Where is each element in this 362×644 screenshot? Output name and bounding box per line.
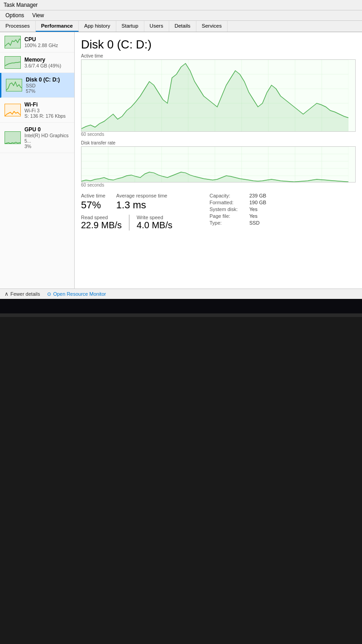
active-time-label: Active time bbox=[81, 53, 356, 58]
window-title: Task Manager bbox=[4, 2, 38, 8]
memory-value: 3.6/7.4 GB (49%) bbox=[24, 63, 70, 68]
formatted-val: 190 GB bbox=[249, 200, 266, 205]
active-time-stat: Active time 57% bbox=[81, 193, 105, 211]
active-time-stat-value: 57% bbox=[81, 199, 105, 211]
system-disk-val: Yes bbox=[249, 207, 257, 212]
system-disk-key: System disk: bbox=[210, 207, 246, 212]
disk-main-title: Disk 0 (C: D:) bbox=[81, 38, 356, 52]
cpu-label: CPU bbox=[24, 36, 70, 43]
disk-label: Disk 0 (C: D:) bbox=[26, 77, 70, 83]
page-file-key: Page file: bbox=[210, 213, 246, 219]
write-speed-group: Write speed 4.0 MB/s bbox=[137, 215, 180, 231]
gpu-value: 3% bbox=[24, 144, 70, 149]
menu-options[interactable]: Options bbox=[4, 11, 26, 19]
monitor-icon: ⊙ bbox=[47, 291, 51, 297]
wifi-value: S: 136 R: 176 Kbps bbox=[24, 113, 70, 119]
transfer-rate-label: Disk transfer rate bbox=[81, 140, 356, 145]
sidebar-item-memory[interactable]: Memory 3.6/7.4 GB (49%) bbox=[0, 53, 74, 73]
cpu-sidebar-text: CPU 100% 2.88 GHz bbox=[24, 36, 70, 48]
response-time-label: Average response time bbox=[116, 193, 167, 198]
keyboard-area: Lenovo Esc FnLk ⬅F1🔇 ⬅F2🔈 ⬅F3✕ ⬅F4☀ ⬅F5☀… bbox=[0, 321, 362, 644]
gpu-sidebar-text: GPU 0 Intel(R) HD Graphics 5... 3% bbox=[24, 126, 70, 149]
laptop-screen: Task Manager Options View Processes Perf… bbox=[0, 0, 362, 317]
menubar: Options View bbox=[0, 10, 362, 21]
transfer-rate-seconds: 60 seconds bbox=[81, 183, 356, 187]
gpu-sublabel: Intel(R) HD Graphics 5... bbox=[24, 133, 70, 144]
capacity-key: Capacity: bbox=[210, 193, 246, 198]
tab-startup[interactable]: Startup bbox=[116, 21, 144, 32]
memory-label: Memory bbox=[24, 57, 70, 63]
cpu-value: 100% 2.88 GHz bbox=[24, 43, 70, 48]
gpu-mini-graph bbox=[5, 131, 21, 144]
capacity-row: Capacity: 239 GB bbox=[210, 193, 266, 198]
tab-performance[interactable]: Performance bbox=[36, 21, 79, 32]
type-val: SSD bbox=[249, 220, 260, 226]
active-time-graph bbox=[81, 59, 356, 132]
formatted-row: Formatted: 190 GB bbox=[210, 200, 266, 205]
disk-info-panel: Capacity: 239 GB Formatted: 190 GB Syste… bbox=[210, 193, 266, 227]
disk-sublabel: SSD bbox=[26, 83, 70, 88]
active-time-seconds: 60 seconds bbox=[81, 132, 356, 137]
menu-view[interactable]: View bbox=[30, 11, 46, 19]
chevron-up-icon: ∧ bbox=[5, 291, 9, 297]
read-speed-value: 22.9 MB/s bbox=[81, 220, 122, 231]
type-key: Type: bbox=[210, 220, 246, 226]
open-resource-monitor-button[interactable]: ⊙ Open Resource Monitor bbox=[47, 291, 106, 297]
page-file-row: Page file: Yes bbox=[210, 213, 266, 219]
disk-value: 57% bbox=[26, 88, 70, 94]
tab-details[interactable]: Details bbox=[169, 21, 196, 32]
gpu-label: GPU 0 bbox=[24, 126, 70, 133]
disk-sidebar-text: Disk 0 (C: D:) SSD 57% bbox=[26, 77, 70, 94]
wifi-label: Wi-Fi bbox=[24, 101, 70, 108]
tab-processes[interactable]: Processes bbox=[0, 21, 36, 32]
fewer-details-button[interactable]: ∧ Fewer details bbox=[5, 291, 40, 297]
type-row: Type: SSD bbox=[210, 220, 266, 226]
sidebar-item-cpu[interactable]: CPU 100% 2.88 GHz bbox=[0, 32, 74, 53]
formatted-key: Formatted: bbox=[210, 200, 246, 205]
read-speed-group: Read speed 22.9 MB/s bbox=[81, 215, 129, 231]
write-speed-label: Write speed bbox=[137, 215, 172, 220]
read-speed-label: Read speed bbox=[81, 215, 122, 220]
performance-sidebar: CPU 100% 2.88 GHz Memory bbox=[0, 32, 75, 288]
response-time-value: 1.3 ms bbox=[116, 199, 167, 211]
active-time-section: Active time 60 seconds bbox=[81, 53, 356, 139]
wifi-sublabel: Wi-Fi 3 bbox=[24, 108, 70, 113]
transfer-rate-graph bbox=[81, 146, 356, 183]
write-speed-value: 4.0 MB/s bbox=[137, 220, 172, 231]
sidebar-item-disk[interactable]: Disk 0 (C: D:) SSD 57% bbox=[0, 73, 74, 98]
disk-mini-graph bbox=[6, 79, 22, 91]
mem-mini-graph bbox=[5, 56, 21, 69]
sidebar-item-wifi[interactable]: Wi-Fi Wi-Fi 3 S: 136 R: 176 Kbps bbox=[0, 98, 74, 123]
cpu-mini-graph bbox=[5, 36, 21, 48]
tab-users[interactable]: Users bbox=[144, 21, 169, 32]
tab-app-history[interactable]: App history bbox=[79, 21, 116, 32]
sidebar-item-gpu[interactable]: GPU 0 Intel(R) HD Graphics 5... 3% bbox=[0, 123, 74, 153]
tm-main-panel: Disk 0 (C: D:) Active time 60 seconds Di… bbox=[75, 32, 362, 288]
screen-content: Task Manager Options View Processes Perf… bbox=[0, 0, 362, 299]
task-manager-window: Task Manager Options View Processes Perf… bbox=[0, 0, 362, 299]
memory-sidebar-text: Memory 3.6/7.4 GB (49%) bbox=[24, 57, 70, 68]
tab-services[interactable]: Services bbox=[196, 21, 228, 32]
response-time-stat: Average response time 1.3 ms bbox=[116, 193, 167, 211]
titlebar: Task Manager bbox=[0, 0, 362, 10]
wifi-sidebar-text: Wi-Fi Wi-Fi 3 S: 136 R: 176 Kbps bbox=[24, 101, 70, 119]
system-disk-row: System disk: Yes bbox=[210, 207, 266, 212]
active-time-stat-label: Active time bbox=[81, 193, 105, 198]
open-monitor-label: Open Resource Monitor bbox=[53, 291, 106, 297]
transfer-rate-section: Disk transfer rate 60 seconds bbox=[81, 140, 356, 190]
page-file-val: Yes bbox=[249, 213, 257, 219]
tm-bottom-bar: ∧ Fewer details ⊙ Open Resource Monitor bbox=[0, 288, 362, 299]
capacity-val: 239 GB bbox=[249, 193, 266, 198]
fewer-details-label: Fewer details bbox=[10, 291, 40, 297]
wifi-mini-graph bbox=[5, 104, 21, 116]
tm-body: CPU 100% 2.88 GHz Memory bbox=[0, 32, 362, 288]
tab-bar: Processes Performance App history Startu… bbox=[0, 21, 362, 32]
